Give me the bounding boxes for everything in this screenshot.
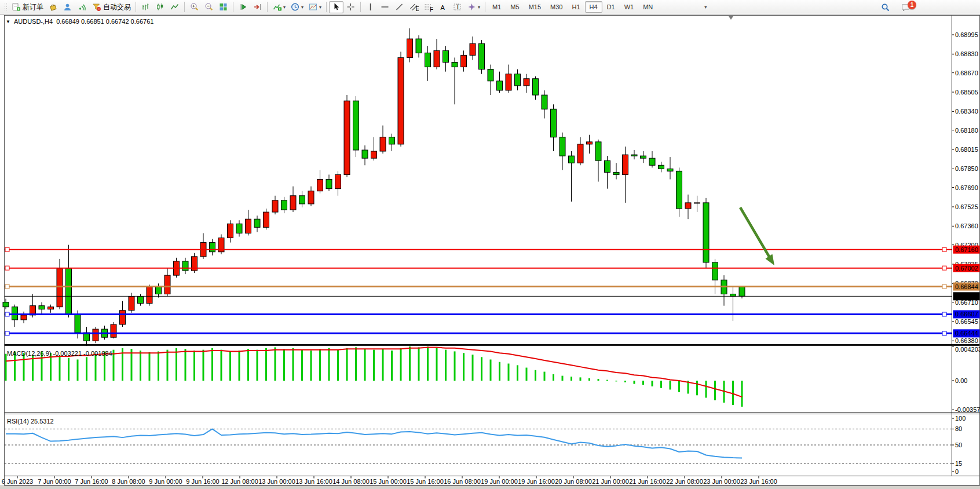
toolbar-separator [267,2,268,12]
tile-windows-icon [218,2,228,12]
trendline-icon [394,2,404,12]
signals-button[interactable] [75,1,89,13]
svg-text:E: E [416,5,419,12]
candle-bear [659,165,664,169]
time-tick-label: 13 Jun 16:00 [295,478,332,485]
candle-bear [677,171,682,209]
cursor-button[interactable] [329,1,343,13]
hline-handle[interactable] [5,266,9,270]
hline-handle[interactable] [5,312,9,316]
timeframe-d1[interactable]: D1 [602,1,620,13]
indicators-button[interactable]: ▾ [270,1,288,13]
hline-handle[interactable] [942,247,946,251]
hline-handle[interactable] [942,284,946,289]
candle-bear [542,95,547,109]
candle-bear [631,155,637,156]
templates-button[interactable]: ▾ [306,1,324,13]
auto-trading-button-label: 自动交易 [103,2,131,12]
text-label-button[interactable]: T [450,1,465,13]
macd-label: MACD(12,26,9) -0.003221 -0.001984 [7,350,112,357]
toolbar-separator [360,2,361,12]
hline-handle[interactable] [942,266,946,270]
trendline-button[interactable] [392,1,407,13]
new-order-icon [11,2,21,12]
candle-bear [3,302,9,307]
toolbar-overflow-caret[interactable]: ▾ [704,4,707,10]
price-tick-label: 0.68670 [955,70,978,76]
candle-bear [416,39,422,53]
candle-bear [299,196,305,204]
community-button[interactable] [60,1,75,13]
candle-bull [120,311,126,324]
bar-chart-button[interactable] [138,1,153,13]
price-tick-label: 0.68830 [955,50,978,57]
candle-bear [739,286,745,297]
candle-chart-button[interactable] [153,1,167,13]
timeframe-h4[interactable]: H4 [585,1,602,13]
auto-scroll-button[interactable] [236,1,250,13]
line-chart-button[interactable] [167,1,182,13]
bar-chart-icon [141,2,151,12]
hline-handle[interactable] [5,247,9,251]
candle-bear [605,160,610,172]
timeframe-m1[interactable]: M1 [488,1,506,13]
time-tick-label: 7 Jun 16:00 [75,478,108,485]
candle-bear [12,307,18,320]
zoom-in-button[interactable] [187,1,202,13]
hline-handle[interactable] [942,312,946,316]
time-tick-label: 8 Jun 08:00 [112,478,145,485]
timeframe-w1[interactable]: W1 [620,1,639,13]
hline-handle[interactable] [5,331,9,335]
search-button[interactable] [878,1,893,13]
toolbar-separator [326,2,327,12]
time-tick-label: 14 Jun 08:00 [332,478,370,485]
toolbar: 新订单自动交易▾▾▾EFAT▾M1M5M15M30H1H4D1W1MN [0,0,980,14]
auto-trading-button[interactable]: 自动交易 [89,1,133,13]
hline-handle[interactable] [942,331,946,335]
timeframe-mn[interactable]: MN [638,1,657,13]
chevron-down-icon: ▾ [283,5,286,10]
candle-bear [362,150,368,158]
new-order-button[interactable]: 新订单 [9,1,46,13]
candle-bear [595,142,601,160]
chart-menu-caret[interactable]: ▼ [6,19,10,24]
notifications-button[interactable]: 1 [898,1,913,13]
channel-button[interactable]: E [407,1,421,13]
arrows-button[interactable]: ▾ [465,1,482,13]
crosshair-button[interactable] [343,1,358,13]
price-chart-canvas[interactable]: 0.689950.688300.686700.685050.683400.681… [0,15,980,486]
time-tick-label: 19 Jun 00:00 [481,478,518,485]
autoscroll-icon [238,2,248,12]
timeframe-h1[interactable]: H1 [567,1,584,13]
timeframe-m15[interactable]: M15 [524,1,546,13]
paint-bucket-button[interactable] [46,1,60,13]
chart-window[interactable]: 0.689950.688300.686700.685050.683400.681… [0,15,980,486]
price-tick-label: 0.68015 [955,146,978,153]
time-tick-label: 21 Jun 16:00 [629,478,666,485]
autotrade-icon [92,2,101,12]
tile-windows-button[interactable] [216,1,231,13]
crosshair-icon [346,2,356,12]
candle-bull [461,55,467,67]
paint-bucket-icon [48,2,58,12]
zoom-out-button[interactable] [202,1,216,13]
timeframe-m30[interactable]: M30 [546,1,567,13]
zoom-in-icon [189,2,199,12]
community-icon [63,2,72,12]
candle-bull [111,324,116,337]
candle-bear [182,261,188,271]
periods-button[interactable]: ▾ [288,1,306,13]
vertical-line-button[interactable] [363,1,378,13]
time-tick-label: 19 Jun 16:00 [518,478,555,485]
text-button[interactable]: A [436,1,450,13]
hline-handle[interactable] [5,284,9,289]
horizontal-line-button[interactable] [378,1,392,13]
chart-shift-button[interactable] [250,1,265,13]
candle-bull [577,144,583,163]
candle-bear [667,169,673,171]
timeframe-m5[interactable]: M5 [506,1,524,13]
fibonacci-button[interactable]: F [421,1,436,13]
time-tick-label: 22 Jun 08:00 [666,478,703,485]
macd-tick-label: 0.00 [955,377,967,384]
candle-bear [712,262,718,280]
